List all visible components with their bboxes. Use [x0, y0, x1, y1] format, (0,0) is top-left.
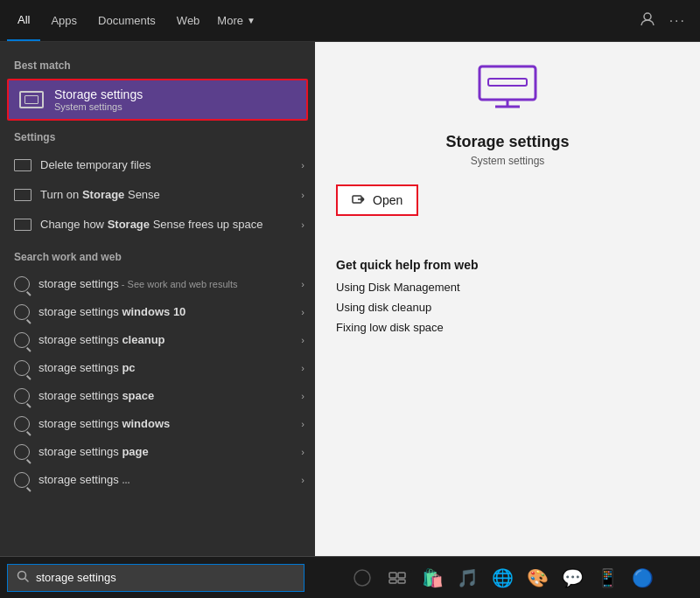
- search-circle-icon-8: [14, 472, 30, 488]
- chevron-icon-2: ›: [301, 190, 304, 200]
- tab-documents[interactable]: Documents: [88, 0, 166, 41]
- search-item-7-text: storage settings page: [38, 445, 298, 458]
- storage-app-icon: [476, 63, 539, 108]
- storage-settings-icon: [19, 91, 44, 108]
- chevron-icon-3: ›: [301, 219, 304, 230]
- best-match-text: Storage settings System settings: [54, 87, 296, 112]
- taskbar-search-icon[interactable]: [346, 562, 378, 594]
- svg-point-0: [644, 13, 651, 20]
- app-title: Storage settings: [336, 133, 679, 151]
- person-icon[interactable]: [640, 11, 655, 31]
- tab-all[interactable]: All: [7, 0, 40, 41]
- chevron-icon-s3: ›: [301, 335, 304, 345]
- search-circle-icon-3: [14, 332, 30, 348]
- search-item-1-text: storage settings - See work and web resu…: [38, 277, 298, 290]
- app-icon-area: [336, 63, 679, 119]
- search-item-6-text: storage settings windows: [38, 417, 298, 430]
- search-item-5-text: storage settings space: [38, 389, 298, 402]
- search-item-5[interactable]: storage settings space ›: [0, 382, 315, 410]
- tab-web[interactable]: Web: [166, 0, 211, 41]
- search-circle-icon-7: [14, 444, 30, 460]
- settings-items: Delete temporary files › Turn on Storage…: [0, 147, 315, 244]
- storage-item-icon-2: [14, 189, 32, 201]
- app-subtitle: System settings: [336, 155, 679, 167]
- svg-rect-9: [389, 573, 396, 578]
- list-item-change-storage-sense[interactable]: Change how Storage Sense frees up space …: [0, 210, 315, 240]
- taskbar-icons: 🛍️ 🎵 🌐 🎨 💬 📱 🔵: [312, 562, 693, 594]
- taskbar-paint-icon[interactable]: 🎨: [522, 562, 553, 594]
- taskbar-spotify-icon[interactable]: 🎵: [452, 562, 483, 594]
- help-link-disk-cleanup[interactable]: Using disk cleanup: [336, 301, 679, 314]
- taskbar-teams-icon[interactable]: 💬: [556, 562, 588, 594]
- tab-more[interactable]: More ▼: [210, 14, 262, 27]
- right-panel: Storage settings System settings Open Ge…: [315, 42, 700, 556]
- open-label: Open: [373, 193, 402, 207]
- taskbar-edge-icon[interactable]: 🌐: [486, 562, 518, 594]
- settings-section-label: Settings: [0, 124, 315, 147]
- search-circle-icon-6: [14, 416, 30, 432]
- storage-item-icon: [14, 159, 32, 171]
- quick-help-title: Get quick help from web: [336, 258, 679, 272]
- chevron-icon-s2: ›: [301, 307, 304, 317]
- bottom-bar: 🛍️ 🎵 🌐 🎨 💬 📱 🔵: [0, 556, 700, 598]
- search-item-2[interactable]: storage settings windows 10 ›: [0, 298, 315, 326]
- help-link-low-disk[interactable]: Fixing low disk space: [336, 321, 679, 334]
- search-web-label: Search work and web: [0, 244, 315, 267]
- storage-item-icon-3: [14, 219, 32, 231]
- delete-temp-text: Delete temporary files: [40, 157, 298, 173]
- open-button[interactable]: Open: [336, 184, 418, 216]
- taskbar-store-icon[interactable]: 🛍️: [416, 562, 448, 594]
- search-input[interactable]: [36, 571, 295, 584]
- ellipsis-icon[interactable]: ···: [669, 13, 686, 29]
- svg-rect-12: [398, 580, 405, 583]
- search-item-2-text: storage settings windows 10: [38, 305, 298, 318]
- chevron-icon: ›: [301, 160, 304, 170]
- tab-apps[interactable]: Apps: [40, 0, 88, 41]
- search-box[interactable]: [7, 564, 304, 592]
- search-item-3-text: storage settings cleanup: [38, 333, 298, 346]
- search-circle-icon-4: [14, 360, 30, 376]
- svg-rect-2: [488, 79, 527, 86]
- chevron-icon-s8: ›: [301, 475, 304, 485]
- chevron-icon-s1: ›: [301, 279, 304, 289]
- search-item-4[interactable]: storage settings pc ›: [0, 354, 315, 382]
- top-bar-actions: ···: [640, 11, 693, 31]
- taskbar-whatsapp-icon[interactable]: 📱: [592, 562, 623, 594]
- taskbar-chrome-icon[interactable]: 🔵: [626, 562, 658, 594]
- list-item-delete-temp[interactable]: Delete temporary files ›: [0, 150, 315, 180]
- search-item-8[interactable]: storage settings ... ›: [0, 466, 315, 494]
- svg-line-7: [25, 579, 29, 582]
- taskbar-task-view-icon[interactable]: [382, 562, 413, 594]
- search-item-6[interactable]: storage settings windows ›: [0, 410, 315, 438]
- chevron-down-icon: ▼: [247, 16, 256, 25]
- chevron-icon-s5: ›: [301, 391, 304, 401]
- chevron-icon-s7: ›: [301, 447, 304, 457]
- search-item-4-text: storage settings pc: [38, 361, 298, 374]
- search-web-items: storage settings - See work and web resu…: [0, 267, 315, 497]
- search-item-8-text: storage settings ...: [38, 473, 298, 486]
- help-link-disk-management[interactable]: Using Disk Management: [336, 281, 679, 294]
- search-circle-icon: [14, 276, 30, 292]
- main-layout: Best match Storage settings System setti…: [0, 42, 700, 556]
- svg-rect-11: [389, 580, 396, 583]
- best-match-label: Best match: [0, 52, 315, 75]
- best-match-subtitle: System settings: [54, 101, 296, 112]
- tab-bar: All Apps Documents Web More ▼: [7, 0, 640, 41]
- chevron-icon-s4: ›: [301, 363, 304, 373]
- best-match-title: Storage settings: [54, 87, 296, 101]
- open-icon: [352, 193, 366, 207]
- list-item-storage-sense[interactable]: Turn on Storage Sense ›: [0, 180, 315, 210]
- chevron-icon-s6: ›: [301, 419, 304, 429]
- best-match-item[interactable]: Storage settings System settings: [7, 79, 308, 121]
- search-item-1[interactable]: storage settings - See work and web resu…: [0, 270, 315, 298]
- left-panel: Best match Storage settings System setti…: [0, 42, 315, 556]
- search-item-3[interactable]: storage settings cleanup ›: [0, 326, 315, 354]
- search-item-7[interactable]: storage settings page ›: [0, 438, 315, 466]
- svg-rect-10: [398, 573, 405, 578]
- svg-point-8: [354, 570, 370, 586]
- storage-sense-text: Turn on Storage Sense: [40, 187, 298, 203]
- search-input-icon: [17, 570, 29, 585]
- search-circle-icon-5: [14, 388, 30, 404]
- search-circle-icon-2: [14, 304, 30, 320]
- top-bar: All Apps Documents Web More ▼ ···: [0, 0, 700, 42]
